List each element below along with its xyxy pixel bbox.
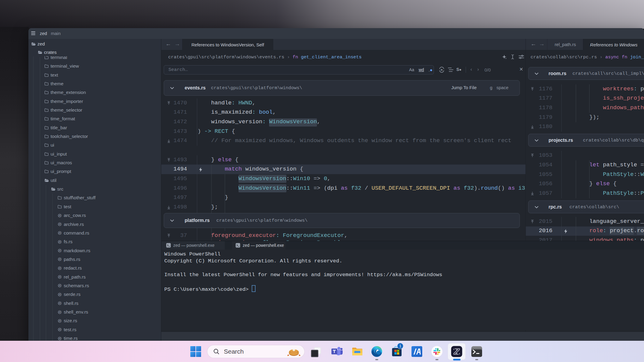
svg-text:R: R <box>59 267 61 270</box>
svg-text:R: R <box>59 311 61 314</box>
svg-text:R: R <box>59 285 61 287</box>
svg-text:R: R <box>59 337 61 340</box>
svg-text:R: R <box>59 214 61 217</box>
svg-text:R: R <box>59 293 61 296</box>
svg-text:R: R <box>59 320 61 322</box>
svg-text:R: R <box>59 328 61 331</box>
svg-text:R: R <box>59 276 61 278</box>
svg-text:R: R <box>59 232 61 235</box>
svg-text:R: R <box>59 223 61 226</box>
svg-text:R: R <box>59 258 61 261</box>
svg-text:R: R <box>59 249 61 252</box>
svg-text:R: R <box>59 302 61 305</box>
svg-text:R: R <box>441 69 443 72</box>
svg-text:R: R <box>59 241 61 243</box>
